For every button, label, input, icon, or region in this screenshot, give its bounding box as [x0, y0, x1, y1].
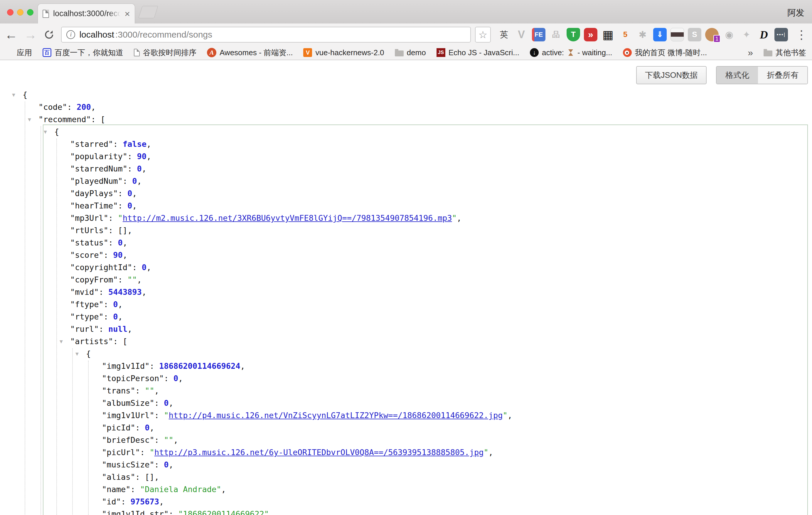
bookmark-google-sort[interactable]: 谷歌按时间排序 — [134, 48, 196, 58]
ninja-icon[interactable] — [670, 28, 684, 41]
tab-close-icon[interactable]: × — [124, 9, 130, 19]
json-token: " — [118, 213, 123, 223]
bookmark-label: - waiting... — [577, 48, 612, 57]
back-button[interactable]: ← — [5, 28, 18, 41]
download-shield-icon[interactable]: ⇓ — [653, 28, 667, 41]
chrome-menu-icon[interactable]: ⋮ — [795, 28, 807, 41]
collapse-triangle-icon[interactable]: ▼ — [28, 113, 31, 126]
json-token: "alias" — [102, 473, 135, 482]
folder-icon — [395, 51, 404, 56]
bookmark-label: Awesomes - 前端资... — [220, 48, 293, 58]
window-controls — [7, 9, 33, 16]
forward-button: → — [24, 28, 37, 41]
html5-player-icon[interactable]: 5 — [618, 28, 632, 41]
collapse-triangle-icon[interactable]: ▼ — [60, 335, 63, 348]
address-bar[interactable]: i localhost :3000/recommend/songs — [61, 27, 471, 42]
weibo-gray-icon[interactable]: ◉ — [722, 28, 736, 41]
json-line: ▼"artists": [ — [0, 335, 812, 348]
json-viewer: ▼{"code": 200,▼"recommend": [▼{"starred"… — [0, 89, 812, 514]
bookmark-label: vue-hackernews-2.0 — [315, 48, 384, 57]
collapse-triangle-icon[interactable]: ▼ — [12, 89, 15, 101]
json-url-link[interactable]: http://p3.music.126.net/6y-UleORITEDbvrO… — [154, 448, 484, 457]
json-token: 0 — [118, 238, 123, 247]
reload-icon[interactable] — [44, 29, 55, 40]
fe-icon[interactable]: FE — [532, 28, 546, 41]
json-token: , — [132, 201, 137, 210]
json-token: 0 — [132, 176, 137, 185]
monkey-icon[interactable]: 1 — [705, 28, 719, 41]
minimize-window-icon[interactable] — [17, 9, 24, 16]
zoom-window-icon[interactable] — [27, 9, 33, 16]
bookmark-echojs[interactable]: JSEcho JS - JavaScri... — [437, 48, 519, 57]
json-token: : — [130, 485, 140, 494]
json-token: "" — [127, 275, 137, 284]
json-token: : — [99, 287, 109, 296]
bookmark-active[interactable]: ↓active:- waiting... — [530, 48, 612, 57]
json-token: "score" — [70, 251, 104, 260]
json-token: "code" — [38, 103, 67, 112]
bookmarks-overflow-icon[interactable]: » — [748, 47, 753, 58]
close-window-icon[interactable] — [7, 9, 13, 16]
bookmark-label: 百度一下，你就知道 — [55, 48, 123, 58]
d-icon[interactable]: D — [757, 28, 771, 41]
bookmark-awesomes[interactable]: AAwesomes - 前端资... — [207, 48, 293, 58]
bookmark-star-icon[interactable]: ☆ — [475, 27, 491, 42]
collapse-triangle-icon[interactable]: ▼ — [44, 126, 47, 138]
new-tab-button[interactable] — [138, 6, 158, 18]
collapse-all-button[interactable]: 折叠所有 — [758, 67, 807, 84]
json-token: "briefDesc" — [102, 435, 154, 445]
collapse-triangle-icon[interactable]: ▼ — [76, 348, 79, 360]
json-token: , — [159, 497, 164, 506]
qrcode-icon[interactable]: ▦ — [601, 28, 615, 41]
s-icon[interactable]: S — [688, 28, 701, 41]
json-token: : — [127, 164, 137, 173]
json-line: "topicPerson": 0, — [0, 372, 812, 384]
tab-title: localhost:3000/recommend/so — [53, 9, 120, 18]
json-token: "id" — [102, 497, 121, 506]
proxy-dots-icon[interactable]: •••| — [775, 28, 788, 41]
json-token: { — [23, 90, 27, 99]
json-token: "ftype" — [70, 300, 104, 309]
json-url-link[interactable]: http://p4.music.126.net/VnZiScyynLG7atLI… — [169, 411, 503, 420]
format-button[interactable]: 格式化 — [717, 67, 758, 84]
json-token: : — [154, 411, 164, 420]
other-bookmarks-folder[interactable]: 其他书签 — [763, 48, 806, 58]
vue-icon: V — [303, 48, 312, 57]
json-token: "img1v1Id_str" — [102, 509, 169, 515]
browser-tab[interactable]: localhost:3000/recommend/so × — [37, 3, 135, 24]
hummingbird-icon[interactable]: ✦ — [740, 28, 753, 41]
site-info-icon[interactable]: i — [66, 30, 75, 39]
json-token: " — [150, 448, 154, 457]
json-line: "id": 975673, — [0, 496, 812, 508]
browser-toolbar: ← → i localhost :3000/recommend/songs ☆ … — [0, 24, 812, 46]
bookmark-apps[interactable]: 应用 — [6, 48, 32, 58]
json-token: , — [123, 251, 127, 260]
json-line: ▼{ — [0, 348, 812, 360]
bookmark-vue-hackernews[interactable]: Vvue-hackernews-2.0 — [303, 48, 384, 57]
json-token: : — [108, 213, 118, 223]
json-token: : [ — [113, 337, 127, 346]
json-token: , — [118, 312, 123, 321]
bookmark-baidu[interactable]: 百百度一下，你就知道 — [42, 48, 123, 58]
json-line: "picId": 0, — [0, 422, 812, 434]
sitemap-icon[interactable]: 品 — [549, 28, 563, 41]
paw-icon[interactable]: ✱ — [636, 28, 649, 41]
json-token: , — [221, 485, 226, 494]
json-token: , — [169, 398, 174, 407]
json-token: "rtype" — [70, 312, 104, 321]
json-line: "picUrl": "http://p3.music.126.net/6y-Ul… — [0, 446, 812, 459]
vue-devtools-icon[interactable]: V — [515, 28, 528, 41]
tshield-icon[interactable]: T — [567, 28, 580, 41]
extension-row: 英VFE品T»▦5✱⇓S1◉✦D•••| — [497, 28, 788, 41]
profile-name[interactable]: 阿发 — [787, 7, 804, 19]
speed-icon[interactable]: » — [584, 28, 598, 41]
json-line: "briefDesc": "", — [0, 434, 812, 446]
bookmark-demo-folder[interactable]: demo — [395, 48, 426, 57]
json-line: "code": 200, — [0, 101, 812, 113]
download-json-button[interactable]: 下载JSON数据 — [636, 66, 706, 84]
json-token: "artists" — [70, 337, 113, 346]
json-url-link[interactable]: http://m2.music.126.net/3XR6BU6yvtyVmFE8… — [123, 213, 452, 223]
translate-icon[interactable]: 英 — [497, 28, 511, 41]
bookmark-weibo[interactable]: 我的首页 微博-随时... — [623, 48, 707, 58]
json-token: : [], — [135, 473, 159, 482]
